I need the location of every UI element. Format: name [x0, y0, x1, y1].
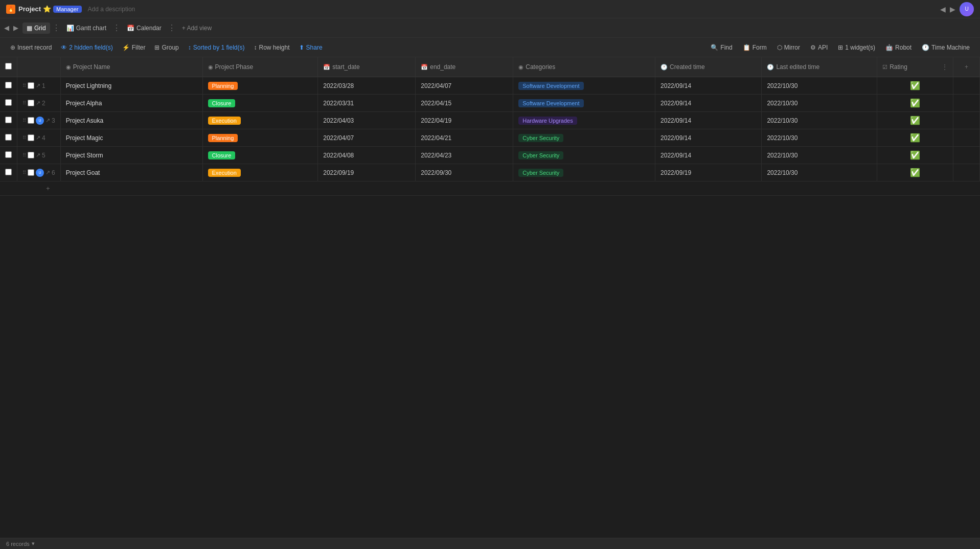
drag-handle[interactable]: ⠿: [22, 135, 26, 141]
row-checkbox[interactable]: [5, 134, 12, 141]
select-all-header[interactable]: [0, 57, 17, 77]
share-btn[interactable]: ⬆ Share: [295, 42, 327, 53]
project-name-cell[interactable]: Project Asuka: [60, 112, 202, 129]
row-select[interactable]: [28, 100, 34, 106]
project-name-cell[interactable]: Project Lightning: [60, 77, 202, 95]
rating-cell[interactable]: ✅: [877, 112, 953, 129]
col-end-date[interactable]: 📅 end_date: [416, 57, 513, 77]
drag-handle[interactable]: ⠿: [22, 118, 26, 123]
project-phase-cell[interactable]: Closure: [202, 95, 318, 112]
start-date-cell[interactable]: 2022/03/31: [318, 95, 416, 112]
expand-icon[interactable]: ↗: [45, 117, 50, 124]
select-all-checkbox[interactable]: [5, 63, 12, 70]
start-date-cell[interactable]: 2022/04/07: [318, 129, 416, 147]
expand-icon[interactable]: ↗: [45, 169, 50, 176]
rating-cell[interactable]: ✅: [877, 129, 953, 147]
rating-cell[interactable]: ✅: [877, 164, 953, 181]
col-start-date[interactable]: 📅 start_date: [318, 57, 416, 77]
filter-btn[interactable]: ⚡ Filter: [118, 42, 150, 53]
row-checkbox[interactable]: [5, 151, 12, 158]
expand-icon[interactable]: ↗: [36, 152, 40, 158]
col-options-icon[interactable]: ⋮: [942, 63, 948, 71]
col-last-edited[interactable]: 🕐 Last edited time: [762, 57, 877, 77]
rating-cell[interactable]: ✅: [877, 95, 953, 112]
col-created-time[interactable]: 🕐 Created time: [655, 57, 762, 77]
end-date-cell[interactable]: 2022/04/15: [416, 95, 513, 112]
add-column-btn[interactable]: +: [953, 57, 979, 77]
category-cell[interactable]: Cyber Security: [513, 147, 655, 164]
drag-handle[interactable]: ⠿: [22, 152, 26, 158]
drag-handle[interactable]: ⠿: [22, 170, 26, 175]
category-cell[interactable]: Software Development: [513, 95, 655, 112]
rating-check-icon: ✅: [910, 133, 920, 142]
category-cell[interactable]: Software Development: [513, 77, 655, 95]
start-date-cell[interactable]: 2022/09/19: [318, 164, 416, 181]
category-cell[interactable]: Hardware Upgrades: [513, 112, 655, 129]
robot-btn[interactable]: 🤖 Robot: [881, 42, 916, 53]
project-phase-cell[interactable]: Execution: [202, 164, 318, 181]
insert-record-btn[interactable]: ⊕ Insert record: [6, 42, 56, 53]
row-select[interactable]: [28, 169, 34, 176]
row-checkbox[interactable]: [5, 99, 12, 106]
tab-grid[interactable]: ▦ Grid: [22, 22, 50, 34]
col-project-name[interactable]: ◉ Project Name: [60, 57, 202, 77]
start-date-cell[interactable]: 2022/04/03: [318, 112, 416, 129]
drag-handle[interactable]: ⠿: [22, 100, 26, 106]
find-btn[interactable]: 🔍 Find: [706, 42, 736, 53]
project-phase-cell[interactable]: Planning: [202, 129, 318, 147]
end-date-cell[interactable]: 2022/04/21: [416, 129, 513, 147]
description-placeholder[interactable]: Add a description: [88, 6, 135, 13]
col-project-phase[interactable]: ◉ Project Phase: [202, 57, 318, 77]
category-cell[interactable]: Cyber Security: [513, 129, 655, 147]
row-select[interactable]: [28, 134, 34, 141]
row-select[interactable]: [28, 82, 34, 89]
project-phase-cell[interactable]: Planning: [202, 77, 318, 95]
nav-forward[interactable]: ▶: [950, 5, 955, 13]
tab-add-view[interactable]: + Add view: [178, 22, 216, 34]
start-date-cell[interactable]: 2022/04/08: [318, 147, 416, 164]
expand-icon[interactable]: ↗: [36, 134, 40, 141]
nav-back-btn[interactable]: ◀: [4, 24, 9, 32]
api-btn[interactable]: ⚙ API: [806, 42, 832, 53]
footer-dropdown-icon[interactable]: ▾: [32, 540, 35, 547]
end-date-cell[interactable]: 2022/04/19: [416, 112, 513, 129]
time-machine-btn[interactable]: 🕐 Time Machine: [918, 42, 974, 53]
drag-handle[interactable]: ⠿: [22, 83, 26, 88]
expand-icon[interactable]: ↗: [36, 100, 40, 106]
row-checkbox[interactable]: [5, 82, 12, 88]
tab-calendar[interactable]: 📅 Calendar: [123, 22, 166, 34]
rating-cell[interactable]: ✅: [877, 147, 953, 164]
star-icon[interactable]: ⭐: [43, 5, 51, 13]
project-name-cell[interactable]: Project Storm: [60, 147, 202, 164]
add-row-btn[interactable]: +: [0, 181, 980, 196]
end-date-cell[interactable]: 2022/09/30: [416, 164, 513, 181]
form-btn[interactable]: 📋 Form: [739, 42, 771, 53]
row-select[interactable]: [28, 117, 34, 124]
nav-back[interactable]: ◀: [940, 5, 946, 13]
col-categories[interactable]: ◉ Categories: [513, 57, 655, 77]
rating-cell[interactable]: ✅: [877, 77, 953, 95]
end-date-cell[interactable]: 2022/04/23: [416, 147, 513, 164]
row-checkbox[interactable]: [5, 117, 12, 123]
group-btn[interactable]: ⊞ Group: [150, 42, 183, 53]
tab-gantt[interactable]: 📊 Gantt chart: [62, 22, 110, 34]
row-controls-cell: ⠿ ↗ 1: [17, 77, 61, 95]
end-date-cell[interactable]: 2022/04/07: [416, 77, 513, 95]
start-date-cell[interactable]: 2022/03/28: [318, 77, 416, 95]
widgets-btn[interactable]: ⊞ 1 widget(s): [834, 42, 879, 53]
row-height-btn[interactable]: ↕ Row height: [250, 42, 294, 53]
nav-fwd-btn[interactable]: ▶: [13, 24, 18, 32]
sort-btn[interactable]: ↕ Sorted by 1 field(s): [184, 42, 249, 53]
project-phase-cell[interactable]: Closure: [202, 147, 318, 164]
expand-icon[interactable]: ↗: [36, 82, 40, 89]
hidden-fields-btn[interactable]: 👁 2 hidden field(s): [57, 42, 117, 53]
project-name-cell[interactable]: Project Alpha: [60, 95, 202, 112]
col-rating[interactable]: ☑ Rating ⋮: [877, 57, 953, 77]
category-cell[interactable]: Cyber Security: [513, 164, 655, 181]
project-name-cell[interactable]: Project Magic: [60, 129, 202, 147]
row-select[interactable]: [28, 152, 34, 158]
row-checkbox[interactable]: [5, 169, 12, 175]
project-name-cell[interactable]: Project Goat: [60, 164, 202, 181]
mirror-btn[interactable]: ⬡ Mirror: [773, 42, 804, 53]
project-phase-cell[interactable]: Execution: [202, 112, 318, 129]
